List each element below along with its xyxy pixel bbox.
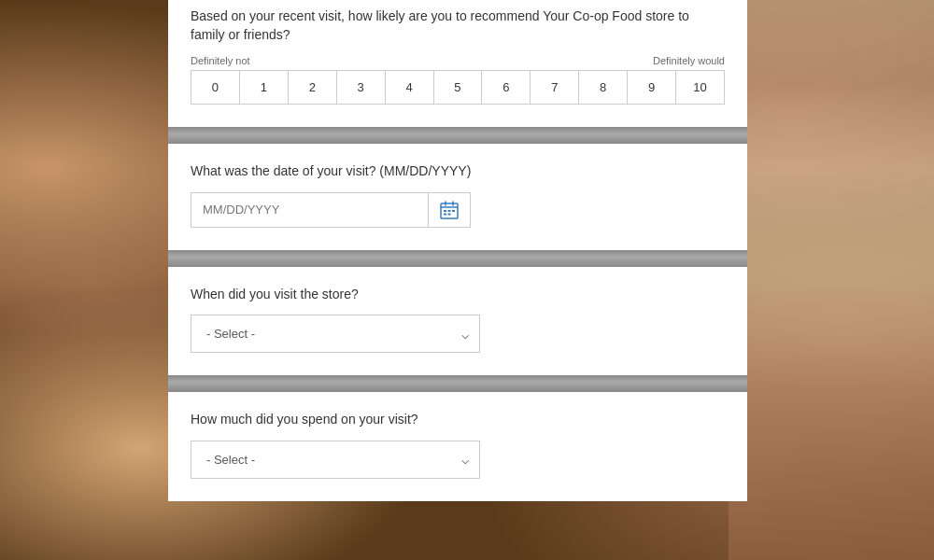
visit-time-select[interactable]: - Select - Morning Afternoon Evening bbox=[191, 315, 480, 353]
svg-rect-7 bbox=[444, 213, 446, 215]
rating-8[interactable]: 8 bbox=[579, 71, 628, 104]
spend-select[interactable]: - Select - Under £10 £10 - £25 £25 - £50… bbox=[191, 441, 480, 479]
rating-3[interactable]: 3 bbox=[337, 71, 386, 104]
rating-1[interactable]: 1 bbox=[240, 71, 289, 104]
visit-time-select-wrapper: - Select - Morning Afternoon Evening ⌵ bbox=[191, 315, 480, 353]
svg-rect-8 bbox=[448, 213, 451, 215]
rating-7[interactable]: 7 bbox=[531, 71, 579, 104]
svg-rect-4 bbox=[444, 210, 446, 212]
recommendation-section: Based on your recent visit, how likely a… bbox=[168, 0, 747, 127]
content-area: Based on your recent visit, how likely a… bbox=[168, 0, 747, 501]
calendar-button[interactable] bbox=[428, 193, 470, 227]
svg-rect-6 bbox=[452, 210, 455, 212]
svg-rect-5 bbox=[448, 210, 451, 212]
rating-4[interactable]: 4 bbox=[386, 71, 434, 104]
calendar-icon bbox=[440, 201, 459, 219]
spend-section: How much did you spend on your visit? - … bbox=[168, 392, 747, 501]
rating-2[interactable]: 2 bbox=[289, 71, 337, 104]
rating-0[interactable]: 0 bbox=[191, 71, 240, 104]
visit-time-section: When did you visit the store? - Select -… bbox=[168, 267, 747, 376]
spend-select-wrapper: - Select - Under £10 £10 - £25 £25 - £50… bbox=[191, 441, 480, 479]
spend-question: How much did you spend on your visit? bbox=[191, 411, 725, 429]
visit-date-section: What was the date of your visit? (MM/DD/… bbox=[168, 144, 747, 250]
date-input-wrapper bbox=[191, 192, 471, 228]
divider-2 bbox=[168, 250, 747, 267]
rating-9[interactable]: 9 bbox=[628, 71, 676, 104]
rating-min-label: Definitely not bbox=[191, 55, 250, 66]
visit-time-question: When did you visit the store? bbox=[191, 286, 725, 304]
date-input[interactable] bbox=[191, 193, 428, 226]
divider-1 bbox=[168, 127, 747, 144]
rating-10[interactable]: 10 bbox=[676, 71, 724, 104]
rating-scale: 0 1 2 3 4 5 6 7 8 9 10 bbox=[191, 70, 725, 105]
page-wrapper: Based on your recent visit, how likely a… bbox=[0, 0, 934, 560]
recommendation-question: Based on your recent visit, how likely a… bbox=[191, 7, 725, 44]
rating-labels: Definitely not Definitely would bbox=[191, 55, 725, 66]
rating-5[interactable]: 5 bbox=[434, 71, 483, 104]
rating-max-label: Definitely would bbox=[653, 55, 725, 66]
visit-date-question: What was the date of your visit? (MM/DD/… bbox=[191, 162, 725, 181]
rating-6[interactable]: 6 bbox=[482, 71, 531, 104]
divider-3 bbox=[168, 375, 747, 392]
